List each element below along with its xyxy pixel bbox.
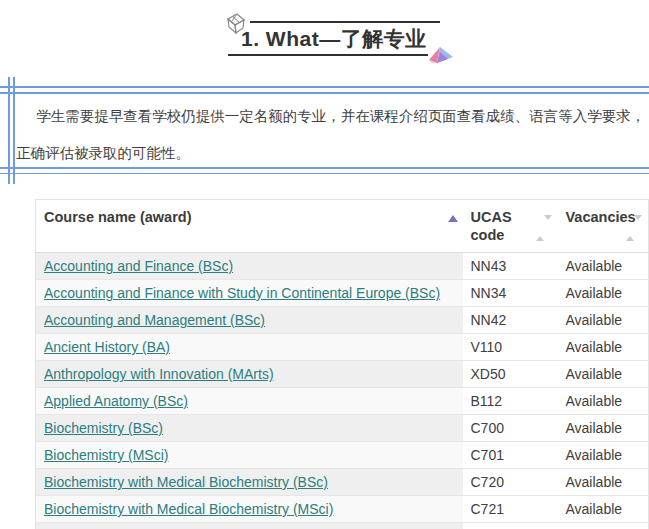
vacancies-cell: Available [558, 496, 649, 523]
intro-frame-top-line-2 [0, 92, 649, 94]
table-row: Accounting and Finance with Study in Con… [36, 280, 649, 307]
intro-frame-top-line-1 [0, 86, 649, 88]
course-cell: Ancient History (BA) [36, 334, 463, 361]
course-link[interactable]: Accounting and Management (BSc) [44, 312, 265, 328]
course-cell: Biochemistry (MSci) [36, 442, 463, 469]
vacancies-cell: Available [558, 361, 649, 388]
course-link[interactable]: Biochemistry with Medical Biochemistry (… [44, 474, 328, 490]
course-link[interactable]: Biochemistry (BSc) [44, 420, 163, 436]
table-row: Ancient History (BA) V110 Available [36, 334, 649, 361]
section-title: 1. What—了解专业 [241, 25, 427, 53]
intro-paragraph-line1: 学生需要提早查看学校仍提供一定名额的专业，并在课程介绍页面查看成绩、语言等入学要… [16, 98, 644, 135]
table-row: Biochemistry with Medical Biochemistry (… [36, 469, 649, 496]
course-cell: Biochemistry with Molecular Biology and … [36, 523, 463, 529]
sort-ascending-icon[interactable] [448, 215, 458, 222]
ucas-code-cell: C720 [463, 469, 558, 496]
course-link[interactable]: Biochemistry (MSci) [44, 447, 168, 463]
vacancies-cell: Available [558, 523, 649, 529]
ucas-code-cell: C701 [463, 442, 558, 469]
course-cell: Accounting and Finance with Study in Con… [36, 280, 463, 307]
table-row: Biochemistry with Molecular Biology and … [36, 523, 649, 529]
ucas-code-cell: NN43 [463, 253, 558, 280]
table-row: Applied Anatomy (BSc) B112 Available [36, 388, 649, 415]
course-cell: Anthropology with Innovation (MArts) [36, 361, 463, 388]
sort-inactive-icon[interactable] [536, 219, 552, 237]
course-link[interactable]: Biochemistry with Medical Biochemistry (… [44, 501, 333, 517]
ucas-code-cell: XD50 [463, 361, 558, 388]
intro-paragraph: 学生需要提早查看学校仍提供一定名额的专业，并在课程介绍页面查看成绩、语言等入学要… [16, 98, 644, 172]
vacancies-cell: Available [558, 415, 649, 442]
intro-frame-bottom-line-2 [0, 173, 649, 175]
table-row: Accounting and Management (BSc) NN42 Ava… [36, 307, 649, 334]
vacancies-cell: Available [558, 469, 649, 496]
title-bottom-rule [228, 54, 428, 56]
vacancies-cell: Available [558, 388, 649, 415]
course-cell: Biochemistry with Medical Biochemistry (… [36, 496, 463, 523]
course-link[interactable]: Accounting and Finance (BSc) [44, 258, 233, 274]
course-cell: Applied Anatomy (BSc) [36, 388, 463, 415]
course-link[interactable]: Accounting and Finance with Study in Con… [44, 285, 440, 301]
vacancies-cell: Available [558, 442, 649, 469]
vacancies-cell: Available [558, 280, 649, 307]
article-page: 1. What—了解专业 学生需要提早查看学校仍提供一定名额的专业，并在课程介绍… [0, 0, 649, 529]
ucas-code-cell: V110 [463, 334, 558, 361]
table-row: Biochemistry with Medical Biochemistry (… [36, 496, 649, 523]
course-link[interactable]: Anthropology with Innovation (MArts) [44, 366, 274, 382]
ucas-code-cell: C790 [463, 523, 558, 529]
column-header-ucas-code[interactable]: UCAS code [463, 200, 558, 253]
column-header-vacancies[interactable]: Vacancies [558, 200, 649, 253]
column-header-course-name-label: Course name (award) [44, 209, 191, 225]
table-header-row: Course name (award) UCAS code Vacancies [36, 200, 649, 253]
vacancies-cell: Available [558, 334, 649, 361]
intro-frame-bottom-line-1 [0, 167, 649, 169]
table-row: Anthropology with Innovation (MArts) XD5… [36, 361, 649, 388]
ucas-code-cell: NN42 [463, 307, 558, 334]
ucas-code-cell: C700 [463, 415, 558, 442]
course-vacancies-table: Course name (award) UCAS code Vacancies … [35, 199, 649, 529]
column-header-course-name[interactable]: Course name (award) [36, 200, 463, 253]
ucas-code-cell: B112 [463, 388, 558, 415]
column-header-ucas-code-label: UCAS code [471, 209, 512, 243]
course-cell: Biochemistry with Medical Biochemistry (… [36, 469, 463, 496]
table-row: Biochemistry (BSc) C700 Available [36, 415, 649, 442]
course-cell: Accounting and Management (BSc) [36, 307, 463, 334]
course-cell: Accounting and Finance (BSc) [36, 253, 463, 280]
course-cell: Biochemistry (BSc) [36, 415, 463, 442]
vacancies-cell: Available [558, 307, 649, 334]
ucas-code-cell: NN34 [463, 280, 558, 307]
course-link[interactable]: Applied Anatomy (BSc) [44, 393, 188, 409]
title-top-rule [250, 21, 440, 23]
table-row: Biochemistry (MSci) C701 Available [36, 442, 649, 469]
ucas-code-cell: C721 [463, 496, 558, 523]
table-row: Accounting and Finance (BSc) NN43 Availa… [36, 253, 649, 280]
vacancies-cell: Available [558, 253, 649, 280]
color-pyramid-icon [428, 46, 454, 69]
course-link[interactable]: Ancient History (BA) [44, 339, 170, 355]
sort-inactive-icon[interactable] [626, 219, 642, 237]
